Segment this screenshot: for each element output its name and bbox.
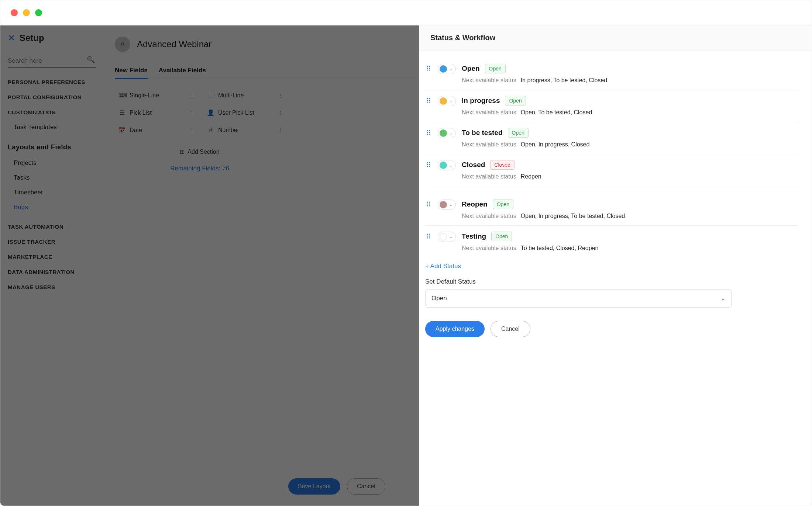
svg-point-32 [427, 235, 428, 236]
svg-point-1 [429, 66, 430, 67]
svg-point-2 [427, 67, 428, 69]
drag-handle-icon[interactable] [425, 96, 432, 104]
svg-point-22 [427, 166, 428, 167]
color-swatch [440, 233, 447, 240]
next-status-label: Next available status [462, 109, 516, 116]
drag-handle-icon[interactable] [425, 128, 432, 136]
color-swatch [440, 65, 447, 73]
mac-title-bar [0, 0, 812, 25]
status-name[interactable]: Testing [462, 232, 486, 240]
window-zoom-dot[interactable] [35, 9, 42, 16]
svg-point-31 [429, 233, 430, 235]
app-window: ✕ Setup 🔍 PERSONAL PREFERENCESPORTAL CON… [0, 0, 812, 506]
svg-point-21 [429, 164, 430, 165]
status-color-picker[interactable]: ⌄ [438, 160, 456, 170]
next-status-label: Next available status [462, 77, 516, 84]
chevron-down-icon: ⌄ [449, 99, 453, 104]
chevron-down-icon: ⌄ [449, 131, 453, 136]
status-type-badge[interactable]: Open [485, 64, 506, 73]
svg-point-34 [427, 237, 428, 238]
svg-point-13 [429, 130, 430, 131]
status-type-badge[interactable]: Open [505, 96, 526, 105]
default-status-value: Open [431, 295, 447, 302]
color-swatch [440, 97, 447, 105]
chevron-down-icon: ⌄ [449, 235, 453, 239]
svg-point-25 [429, 201, 430, 202]
svg-point-6 [427, 98, 428, 99]
next-status-label: Next available status [462, 213, 516, 219]
color-swatch [440, 162, 447, 169]
svg-point-15 [429, 132, 430, 133]
modal-scrim[interactable] [0, 25, 419, 506]
status-color-picker[interactable]: ⌄ [438, 232, 456, 242]
status-type-badge[interactable]: Open [491, 232, 512, 241]
svg-point-26 [427, 203, 428, 204]
chevron-down-icon: ⌄ [449, 202, 453, 207]
status-name[interactable]: In progress [462, 97, 500, 105]
svg-point-17 [429, 134, 430, 135]
status-workflow-panel: Status & Workflow ⌄OpenOpenNext availabl… [419, 25, 812, 506]
panel-body: ⌄OpenOpenNext available statusIn progres… [419, 51, 812, 506]
window-close-dot[interactable] [11, 9, 18, 16]
cancel-button[interactable]: Cancel [491, 321, 530, 337]
status-color-picker[interactable]: ⌄ [438, 200, 456, 210]
next-status-value: Reopen [521, 173, 541, 180]
svg-point-29 [429, 205, 430, 206]
svg-point-0 [427, 66, 428, 67]
color-swatch [440, 201, 447, 208]
svg-point-18 [427, 162, 428, 163]
svg-point-35 [429, 237, 430, 238]
svg-point-19 [429, 162, 430, 163]
next-status-value: Open, In progress, Closed [521, 141, 590, 148]
status-type-badge[interactable]: Open [508, 128, 529, 138]
drag-handle-icon[interactable] [425, 160, 432, 169]
svg-point-9 [429, 100, 430, 101]
svg-point-4 [427, 69, 428, 70]
panel-actions: Apply changes Cancel [425, 321, 798, 337]
status-row: ⌄ReopenOpenNext available statusOpen, In… [425, 194, 798, 226]
next-status-value: To be tested, Closed, Reopen [521, 245, 599, 252]
status-name[interactable]: Reopen [462, 200, 488, 208]
apply-changes-button[interactable]: Apply changes [425, 321, 485, 337]
status-type-badge[interactable]: Open [493, 200, 513, 209]
status-row: ⌄ClosedClosedNext available statusReopen [425, 154, 798, 186]
svg-point-30 [427, 233, 428, 235]
svg-point-12 [427, 130, 428, 131]
svg-point-20 [427, 164, 428, 165]
drag-handle-icon[interactable] [425, 200, 432, 208]
drag-handle-icon[interactable] [425, 232, 432, 240]
status-name[interactable]: Closed [462, 161, 485, 169]
status-name[interactable]: Open [462, 65, 480, 73]
status-row: ⌄In progressOpenNext available statusOpe… [425, 90, 798, 122]
add-status-link[interactable]: + Add Status [425, 263, 461, 270]
status-color-picker[interactable]: ⌄ [438, 128, 456, 138]
status-name[interactable]: To be tested [462, 129, 503, 137]
next-status-label: Next available status [462, 141, 516, 148]
svg-point-28 [427, 205, 428, 206]
default-status-select[interactable]: Open ⌄ [425, 289, 732, 308]
svg-point-3 [429, 67, 430, 69]
svg-point-33 [429, 235, 430, 236]
default-status-label: Set Default Status [425, 278, 798, 285]
svg-point-11 [429, 101, 430, 103]
svg-point-24 [427, 201, 428, 202]
svg-point-8 [427, 100, 428, 101]
status-type-badge[interactable]: Closed [490, 160, 515, 170]
svg-point-27 [429, 203, 430, 204]
panel-title: Status & Workflow [419, 25, 812, 51]
svg-point-10 [427, 101, 428, 103]
svg-point-23 [429, 166, 430, 167]
chevron-down-icon: ⌄ [721, 295, 725, 301]
drag-handle-icon[interactable] [425, 64, 432, 72]
app-body: ✕ Setup 🔍 PERSONAL PREFERENCESPORTAL CON… [0, 25, 812, 506]
status-color-picker[interactable]: ⌄ [438, 64, 456, 74]
window-minimize-dot[interactable] [23, 9, 30, 16]
status-row: ⌄TestingOpenNext available statusTo be t… [425, 226, 798, 257]
next-status-value: Open, To be tested, Closed [521, 109, 592, 116]
next-status-label: Next available status [462, 173, 516, 180]
status-row: ⌄To be testedOpenNext available statusOp… [425, 122, 798, 154]
next-status-value: In progress, To be tested, Closed [521, 77, 608, 84]
status-color-picker[interactable]: ⌄ [438, 96, 456, 106]
status-row: ⌄OpenOpenNext available statusIn progres… [425, 58, 798, 90]
chevron-down-icon: ⌄ [449, 67, 453, 72]
